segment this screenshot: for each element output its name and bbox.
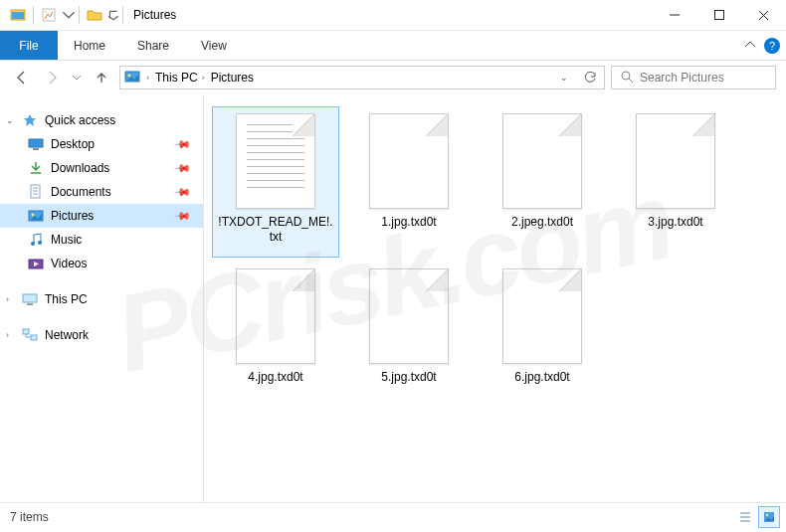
help-icon[interactable]: ?	[764, 38, 780, 54]
files-grid[interactable]: !TXDOT_READ_ME!.txt1.jpg.txd0t2.jpeg.txd…	[204, 94, 786, 502]
svg-point-32	[766, 514, 768, 516]
chevron-right-icon[interactable]: ›	[6, 294, 9, 304]
breadcrumb-segment[interactable]: Pictures	[211, 71, 254, 85]
forward-button[interactable]	[40, 66, 64, 89]
chevron-right-icon[interactable]: ›	[146, 73, 149, 83]
svg-point-9	[622, 72, 630, 80]
minimize-button[interactable]	[652, 0, 696, 30]
sidebar-item-downloads[interactable]: Downloads📌	[0, 156, 203, 180]
dogear-icon	[293, 269, 314, 291]
details-view-button[interactable]	[734, 506, 756, 528]
properties-icon[interactable]	[37, 4, 61, 26]
file-thumbnail	[236, 268, 315, 364]
main-area: ⌄ Quick access Desktop📌Downloads📌Documen…	[0, 94, 786, 502]
explorer-app-icon	[6, 4, 30, 26]
window-title: Pictures	[133, 8, 176, 22]
breadcrumb-box[interactable]: › This PC› Pictures ⌄	[119, 66, 605, 89]
pin-icon: 📌	[172, 206, 191, 225]
pin-icon: 📌	[172, 182, 191, 201]
file-name: 3.jpg.txd0t	[648, 215, 702, 230]
up-button[interactable]	[90, 66, 113, 89]
sidebar-item-documents[interactable]: Documents📌	[0, 180, 203, 204]
this-pc-icon	[22, 291, 38, 307]
dogear-icon	[426, 114, 448, 136]
file-item[interactable]: 6.jpg.txd0t	[479, 262, 606, 413]
search-input[interactable]: Search Pictures	[611, 66, 776, 89]
maximize-button[interactable]	[696, 0, 741, 30]
pin-icon: 📌	[172, 134, 191, 153]
sidebar-item-label: Videos	[51, 257, 87, 270]
svg-rect-25	[27, 303, 33, 305]
large-icons-view-button[interactable]	[758, 506, 780, 528]
dogear-icon	[692, 114, 714, 136]
file-name: 2.jpeg.txd0t	[511, 215, 573, 230]
sidebar-label: Quick access	[45, 113, 115, 127]
sidebar-item-desktop[interactable]: Desktop📌	[0, 132, 203, 156]
downloads-icon	[28, 160, 44, 176]
file-item[interactable]: 1.jpg.txd0t	[345, 106, 473, 258]
chevron-right-icon[interactable]: ›	[202, 73, 205, 83]
close-button[interactable]	[741, 0, 786, 30]
svg-point-19	[32, 214, 35, 217]
svg-rect-24	[23, 294, 37, 302]
star-icon	[22, 112, 38, 128]
file-item[interactable]: 2.jpeg.txd0t	[479, 106, 606, 258]
dogear-icon	[559, 269, 581, 291]
sidebar-network[interactable]: › Network	[0, 323, 203, 347]
qat-dropdown-icon[interactable]	[107, 4, 119, 26]
tab-share[interactable]: Share	[121, 31, 185, 60]
svg-rect-26	[23, 329, 29, 334]
file-thumbnail	[369, 113, 449, 209]
documents-icon	[28, 184, 44, 200]
file-item[interactable]: !TXDOT_READ_ME!.txt	[212, 106, 339, 258]
file-name: 1.jpg.txd0t	[381, 215, 436, 230]
sidebar-item-pictures[interactable]: Pictures📌	[0, 204, 203, 228]
view-switcher	[734, 506, 780, 528]
sidebar-label: This PC	[45, 292, 88, 306]
file-name: 4.jpg.txd0t	[248, 370, 302, 385]
sidebar-item-music[interactable]: Music	[0, 228, 203, 252]
file-item[interactable]: 3.jpg.txd0t	[612, 106, 739, 258]
sidebar-quick-access[interactable]: ⌄ Quick access	[0, 108, 203, 132]
file-thumbnail	[369, 268, 449, 364]
pictures-location-icon	[124, 70, 140, 87]
address-bar: › This PC› Pictures ⌄ Search Pictures	[0, 61, 786, 94]
breadcrumb-label: This PC	[155, 71, 198, 85]
breadcrumb-segment[interactable]: This PC›	[155, 71, 205, 85]
file-name: 6.jpg.txd0t	[514, 370, 569, 385]
folder-location-icon	[83, 4, 106, 26]
chevron-down-icon[interactable]: ⌄	[6, 115, 14, 125]
address-dropdown-icon[interactable]: ⌄	[554, 67, 574, 89]
breadcrumb-label: Pictures	[211, 71, 254, 85]
music-icon	[28, 232, 44, 248]
file-thumbnail	[636, 113, 715, 209]
refresh-button[interactable]	[580, 67, 600, 89]
recent-locations-button[interactable]	[70, 66, 84, 89]
sidebar-item-videos[interactable]: Videos	[0, 252, 203, 275]
separator	[33, 6, 34, 24]
quick-access-toolbar	[0, 4, 125, 26]
window-controls	[652, 0, 786, 30]
chevron-right-icon[interactable]: ›	[6, 330, 9, 340]
file-item[interactable]: 4.jpg.txd0t	[212, 262, 339, 413]
sidebar-item-label: Downloads	[51, 161, 109, 175]
svg-point-8	[128, 74, 131, 77]
file-tab[interactable]: File	[0, 31, 58, 60]
file-thumbnail	[236, 113, 315, 209]
ribbon-expand-icon[interactable]	[744, 37, 756, 55]
svg-rect-11	[29, 139, 43, 147]
tab-view[interactable]: View	[185, 31, 243, 60]
tab-home[interactable]: Home	[58, 31, 121, 60]
dogear-icon	[426, 269, 448, 291]
status-text: 7 items	[10, 510, 49, 524]
qat-dropdown-icon[interactable]	[62, 4, 76, 26]
dogear-icon	[293, 114, 314, 136]
sidebar-item-label: Desktop	[51, 137, 95, 151]
desktop-icon	[28, 136, 44, 152]
sidebar-this-pc[interactable]: › This PC	[0, 287, 203, 311]
titlebar: Pictures	[0, 0, 786, 31]
pictures-icon	[28, 208, 44, 224]
back-button[interactable]	[10, 66, 34, 89]
file-item[interactable]: 5.jpg.txd0t	[345, 262, 473, 413]
svg-rect-1	[12, 12, 24, 19]
